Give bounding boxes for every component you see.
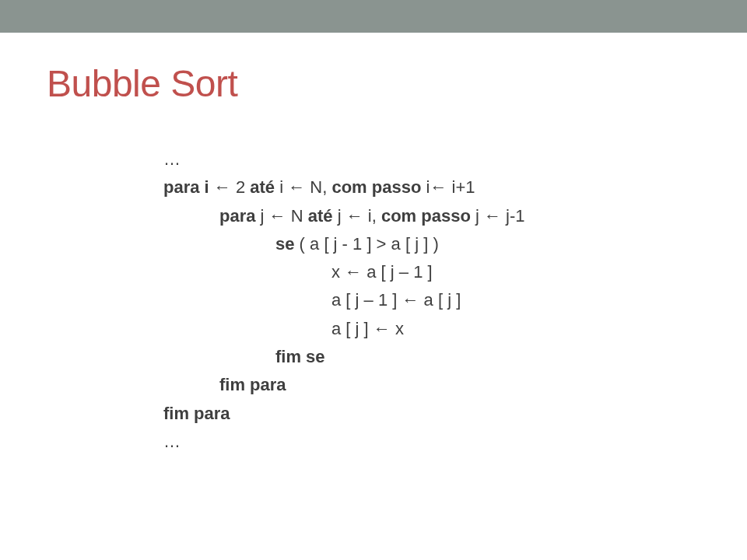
code-line-assign-x: x ← a [ j – 1 ] xyxy=(163,258,700,286)
txt: j-1 xyxy=(501,206,525,226)
arrow-icon: ← xyxy=(288,177,305,197)
txt: i+1 xyxy=(447,177,475,197)
arrow-icon: ← xyxy=(346,206,363,226)
kw-para: para i xyxy=(163,177,214,197)
code-line-ellipsis-top: … xyxy=(163,145,700,173)
txt: ( a [ j - 1 ] > a [ j ] ) xyxy=(294,234,438,254)
code-line-end-outer-for: fim para xyxy=(163,400,700,428)
txt: j xyxy=(471,206,484,226)
code-line-if: se ( a [ j - 1 ] > a [ j ] ) xyxy=(163,230,700,258)
txt: i, xyxy=(363,206,381,226)
code-line-inner-for: para j ← N até j ← i, com passo j ← j-1 xyxy=(163,202,700,230)
slide-top-bar xyxy=(0,0,747,33)
arrow-icon: ← xyxy=(214,177,231,197)
code-line-assign-aj1: a [ j – 1 ] ← a [ j ] xyxy=(163,286,700,314)
code-line-end-inner-for: fim para xyxy=(163,371,700,399)
slide-content: Bubble Sort … para i ← 2 até i ← N, com … xyxy=(0,33,747,456)
txt: j xyxy=(333,206,346,226)
txt: N, xyxy=(305,177,331,197)
kw-ate: até xyxy=(250,177,275,197)
code-line-outer-for: para i ← 2 até i ← N, com passo i← i+1 xyxy=(163,173,700,201)
code-line-endif: fim se xyxy=(163,343,700,371)
arrow-icon: ← xyxy=(430,177,447,197)
txt: j xyxy=(255,206,268,226)
txt: 2 xyxy=(231,177,250,197)
arrow-icon: ← xyxy=(484,206,501,226)
kw-compasso: com passo xyxy=(381,206,471,226)
code-line-assign-aj: a [ j ] ← x xyxy=(163,315,700,343)
txt: N xyxy=(286,206,308,226)
pseudocode-block: … para i ← 2 até i ← N, com passo i← i+1… xyxy=(163,145,700,456)
kw-se: se xyxy=(275,234,294,254)
kw-ate: até xyxy=(308,206,333,226)
txt: i xyxy=(275,177,288,197)
kw-para: para xyxy=(219,206,255,226)
kw-compasso: com passo xyxy=(331,177,421,197)
code-line-ellipsis-bottom: … xyxy=(163,428,700,456)
txt: i xyxy=(421,177,430,197)
arrow-icon: ← xyxy=(269,206,286,226)
slide-title: Bubble Sort xyxy=(47,62,700,105)
